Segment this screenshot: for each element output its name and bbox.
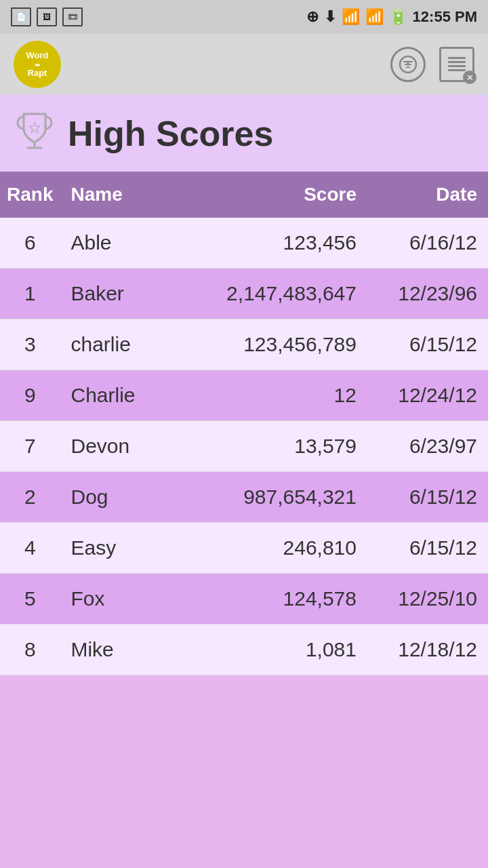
tape-status-icon: 📼 xyxy=(62,7,83,26)
svg-rect-5 xyxy=(448,69,466,71)
bottom-fill xyxy=(0,675,488,811)
cell-rank: 5 xyxy=(0,574,60,625)
signal-icon: 📶 xyxy=(365,8,384,26)
table-row: 8Mike1,08112/18/12 xyxy=(0,625,488,675)
cell-name: Fox xyxy=(60,574,211,625)
download-icon: ⬇ xyxy=(324,8,336,26)
cell-rank: 8 xyxy=(0,625,60,675)
cell-score: 13,579 xyxy=(212,421,367,472)
cell-score: 2,147,483,647 xyxy=(212,269,367,319)
svg-rect-2 xyxy=(448,57,466,59)
wifi-icon: 📶 xyxy=(342,8,360,26)
cell-name: Baker xyxy=(60,269,211,319)
table-header-row: Rank Name Score Date xyxy=(0,172,488,218)
cell-name: Able xyxy=(60,218,211,269)
cell-rank: 1 xyxy=(0,269,60,319)
doc-status-icon: 📄 xyxy=(11,7,31,26)
page-title: High Scores xyxy=(68,113,273,154)
app-bar-right: ✕ xyxy=(390,47,474,82)
cell-score: 246,810 xyxy=(212,523,367,574)
scores-table: Rank Name Score Date 6Able123,4566/16/12… xyxy=(0,172,488,675)
col-header-score: Score xyxy=(212,172,367,218)
trophy-icon xyxy=(14,108,56,158)
cell-name: Dog xyxy=(60,472,211,523)
table-row: 5Fox124,57812/25/10 xyxy=(0,574,488,625)
table-row: 1Baker2,147,483,64712/23/96 xyxy=(0,269,488,319)
table-body: 6Able123,4566/16/121Baker2,147,483,64712… xyxy=(0,218,488,675)
table-row: 3charlie123,456,7896/15/12 xyxy=(0,319,488,370)
cell-name: Easy xyxy=(60,523,211,574)
cell-score: 987,654,321 xyxy=(212,472,367,523)
cell-score: 12 xyxy=(212,370,367,421)
cell-score: 123,456,789 xyxy=(212,319,367,370)
cell-rank: 3 xyxy=(0,319,60,370)
col-header-name: Name xyxy=(60,172,211,218)
close-badge: ✕ xyxy=(463,71,476,84)
image-status-icon: 🖼 xyxy=(37,7,57,26)
table-row: 4Easy246,8106/15/12 xyxy=(0,523,488,574)
logo-line1: Word xyxy=(26,51,49,60)
cell-name: Mike xyxy=(60,625,211,675)
status-bar-left: 📄 🖼 📼 xyxy=(11,7,83,26)
cell-date: 6/15/12 xyxy=(367,472,488,523)
filter-icon xyxy=(399,55,418,74)
svg-rect-3 xyxy=(448,61,466,63)
cell-name: Devon xyxy=(60,421,211,472)
svg-marker-8 xyxy=(29,122,40,133)
filter-button[interactable] xyxy=(390,47,426,82)
high-scores-header: High Scores xyxy=(0,95,488,172)
cell-name: charlie xyxy=(60,319,211,370)
app-bar: Word ➡ Rapt ✕ xyxy=(0,34,488,95)
cell-rank: 2 xyxy=(0,472,60,523)
cell-date: 12/25/10 xyxy=(367,574,488,625)
list-close-button[interactable]: ✕ xyxy=(439,47,474,82)
cell-date: 12/23/96 xyxy=(367,269,488,319)
cell-score: 123,456 xyxy=(212,218,367,269)
table-header: Rank Name Score Date xyxy=(0,172,488,218)
table-row: 7Devon13,5796/23/97 xyxy=(0,421,488,472)
col-header-rank: Rank xyxy=(0,172,60,218)
battery-icon: 🔋 xyxy=(389,8,407,26)
cell-date: 6/16/12 xyxy=(367,218,488,269)
col-header-date: Date xyxy=(367,172,488,218)
svg-rect-4 xyxy=(448,65,466,67)
cell-date: 6/23/97 xyxy=(367,421,488,472)
status-bar: 📄 🖼 📼 ⊕ ⬇ 📶 📶 🔋 12:55 PM xyxy=(0,0,488,34)
app-logo: Word ➡ Rapt xyxy=(14,41,61,88)
cell-score: 124,578 xyxy=(212,574,367,625)
list-icon xyxy=(447,54,467,75)
time-display: 12:55 PM xyxy=(413,8,477,26)
cell-rank: 7 xyxy=(0,421,60,472)
table-row: 2Dog987,654,3216/15/12 xyxy=(0,472,488,523)
cell-date: 6/15/12 xyxy=(367,319,488,370)
cell-score: 1,081 xyxy=(212,625,367,675)
cell-date: 6/15/12 xyxy=(367,523,488,574)
table-row: 9Charlie1212/24/12 xyxy=(0,370,488,421)
table-row: 6Able123,4566/16/12 xyxy=(0,218,488,269)
cell-rank: 9 xyxy=(0,370,60,421)
cell-rank: 4 xyxy=(0,523,60,574)
status-bar-right: ⊕ ⬇ 📶 📶 🔋 12:55 PM xyxy=(306,8,477,26)
cell-rank: 6 xyxy=(0,218,60,269)
cell-date: 12/18/12 xyxy=(367,625,488,675)
logo-line2: Rapt xyxy=(28,68,47,78)
cell-date: 12/24/12 xyxy=(367,370,488,421)
cell-name: Charlie xyxy=(60,370,211,421)
network-icon: ⊕ xyxy=(306,8,319,26)
